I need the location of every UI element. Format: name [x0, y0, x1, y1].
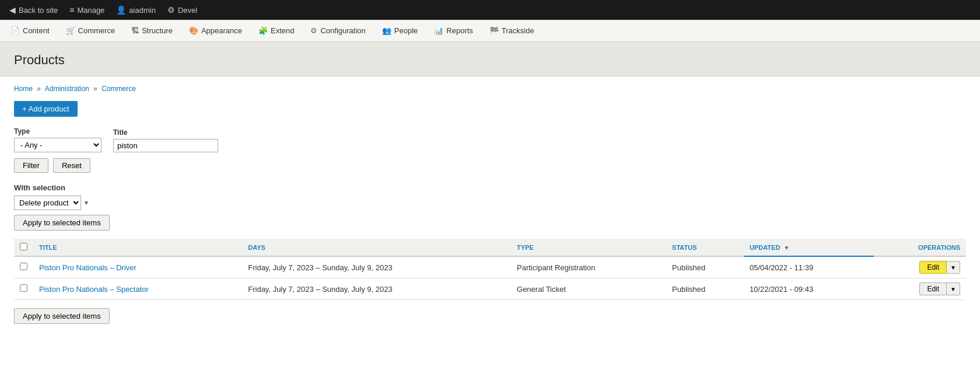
nav-extend[interactable]: 🧩 Extend [250, 20, 302, 41]
title-filter-input[interactable] [113, 139, 218, 152]
manage-menu[interactable]: ≡ Manage [65, 0, 109, 20]
nav-commerce[interactable]: 🛒 Commerce [58, 20, 124, 41]
row1-edit-button[interactable]: Edit [919, 261, 947, 274]
type-filter-field: Type - Any - [14, 127, 102, 152]
row2-edit-group: Edit ▼ [919, 283, 960, 295]
page-header: Products [0, 42, 980, 76]
selection-row: Delete product ▼ [14, 196, 966, 210]
row1-type-cell: Participant Registration [511, 256, 666, 278]
select-all-header [14, 239, 33, 256]
row1-checkbox[interactable] [20, 263, 27, 270]
row1-days-cell: Friday, July 7, 2023 – Sunday, July 9, 2… [242, 256, 511, 278]
row1-edit-dropdown[interactable]: ▼ [947, 261, 960, 274]
breadcrumb-commerce[interactable]: Commerce [102, 85, 136, 93]
main-content: Home » Administration » Commerce + Add p… [0, 76, 980, 332]
type-column-header: TYPE [511, 239, 666, 256]
status-column-header: STATUS [666, 239, 744, 256]
row2-checkbox-cell [14, 278, 33, 300]
nav-trackside[interactable]: 🏁 Trackside [481, 20, 542, 41]
table-row: Piston Pro Nationals – Driver Friday, Ju… [14, 256, 966, 278]
extend-icon: 🧩 [258, 26, 268, 35]
row2-edit-dropdown[interactable]: ▼ [947, 283, 960, 295]
dropdown-arrow-icon: ▼ [83, 200, 89, 206]
type-filter-select[interactable]: - Any - [14, 138, 102, 152]
row1-title-link[interactable]: Piston Pro Nationals – Driver [39, 263, 136, 272]
row2-type-cell: General Ticket [511, 278, 666, 300]
selection-action-select[interactable]: Delete product [14, 196, 81, 210]
nav-reports[interactable]: 📊 Reports [426, 20, 481, 41]
row2-updated-cell: 10/22/2021 - 09:43 [744, 278, 874, 300]
select-all-checkbox[interactable] [20, 243, 27, 250]
row1-edit-group: Edit ▼ [919, 261, 960, 274]
menu-icon: ≡ [69, 5, 74, 15]
configuration-icon: ⚙ [310, 26, 317, 35]
row1-status-cell: Published [666, 256, 744, 278]
page-title: Products [14, 53, 966, 68]
appearance-icon: 🎨 [189, 26, 198, 35]
row2-title-cell: Piston Pro Nationals – Spectator [33, 278, 242, 300]
content-icon: 📄 [10, 26, 20, 35]
commerce-icon: 🛒 [66, 26, 75, 35]
breadcrumb: Home » Administration » Commerce [14, 85, 966, 93]
nav-people[interactable]: 👥 People [374, 20, 426, 41]
people-icon: 👥 [382, 26, 391, 35]
row1-operations-cell: Edit ▼ [874, 256, 966, 278]
filter-buttons: Filter Reset [14, 158, 966, 173]
products-table: TITLE DAYS TYPE STATUS UPDATED ▼ OPERATI… [14, 239, 966, 300]
title-filter-label: Title [113, 128, 218, 137]
days-column-header: DAYS [242, 239, 511, 256]
row1-title-cell: Piston Pro Nationals – Driver [33, 256, 242, 278]
table-body: Piston Pro Nationals – Driver Friday, Ju… [14, 256, 966, 300]
title-filter-field: Title [113, 128, 218, 152]
breadcrumb-administration[interactable]: Administration [45, 85, 89, 93]
with-selection-section: With selection Delete product ▼ Apply to… [14, 183, 966, 231]
filter-button[interactable]: Filter [14, 158, 48, 173]
row2-title-link[interactable]: Piston Pro Nationals – Spectator [39, 285, 149, 294]
sort-icon: ▼ [783, 245, 789, 251]
operations-column-header: OPERATIONS [874, 239, 966, 256]
reports-icon: 📊 [434, 26, 443, 35]
topbar: ◀ Back to site ≡ Manage 👤 aiadmin ⚙ Deve… [0, 0, 980, 20]
filter-section: Type - Any - Title Filter Reset [14, 127, 966, 173]
nav-configuration[interactable]: ⚙ Configuration [302, 20, 373, 41]
apply-to-selected-button-top[interactable]: Apply to selected items [14, 215, 110, 231]
navbar: 📄 Content 🛒 Commerce 🏗 Structure 🎨 Appea… [0, 20, 980, 42]
reset-button[interactable]: Reset [53, 158, 90, 173]
row2-operations-cell: Edit ▼ [874, 278, 966, 300]
back-to-site-button[interactable]: ◀ Back to site [5, 0, 62, 20]
row1-checkbox-cell [14, 256, 33, 278]
add-product-button[interactable]: + Add product [14, 101, 78, 117]
row2-status-cell: Published [666, 278, 744, 300]
nav-structure[interactable]: 🏗 Structure [123, 20, 181, 41]
updated-column-header[interactable]: UPDATED ▼ [744, 239, 874, 256]
breadcrumb-home[interactable]: Home [14, 85, 33, 93]
arrow-left-icon: ◀ [9, 5, 16, 15]
gear-icon: ⚙ [167, 5, 175, 15]
structure-icon: 🏗 [131, 26, 139, 35]
user-icon: 👤 [116, 5, 126, 15]
row2-edit-button[interactable]: Edit [919, 283, 947, 295]
table-header: TITLE DAYS TYPE STATUS UPDATED ▼ OPERATI… [14, 239, 966, 256]
trackside-icon: 🏁 [489, 26, 499, 35]
row2-checkbox[interactable] [20, 284, 27, 292]
nav-content[interactable]: 📄 Content [2, 20, 58, 41]
table-row: Piston Pro Nationals – Spectator Friday,… [14, 278, 966, 300]
nav-appearance[interactable]: 🎨 Appearance [181, 20, 250, 41]
row2-days-cell: Friday, July 7, 2023 – Sunday, July 9, 2… [242, 278, 511, 300]
row1-updated-cell: 05/04/2022 - 11:39 [744, 256, 874, 278]
user-menu[interactable]: 👤 aiadmin [111, 0, 160, 20]
apply-to-selected-button-bottom[interactable]: Apply to selected items [14, 308, 110, 324]
bottom-apply-section: Apply to selected items [14, 308, 966, 324]
type-filter-label: Type [14, 127, 102, 135]
devel-menu[interactable]: ⚙ Devel [163, 0, 202, 20]
with-selection-label: With selection [14, 183, 966, 192]
title-column-header[interactable]: TITLE [33, 239, 242, 256]
